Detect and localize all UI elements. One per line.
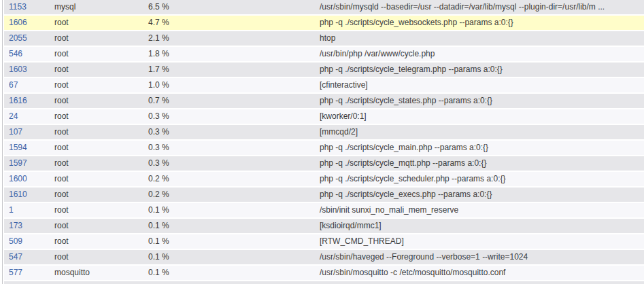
pid-link[interactable]: 1600 (9, 174, 27, 183)
process-row[interactable]: 1594 root 0.3 % php -q ./scripts/cycle_m… (4, 141, 644, 155)
process-row[interactable]: 67 root 1.0 % [cfinteractive] (4, 78, 644, 92)
user-cell: root (50, 250, 143, 264)
cpu-cell: 1.0 % (143, 78, 315, 92)
pid-cell: 2055 (4, 31, 50, 46)
pid-cell: 24 (4, 109, 50, 124)
command-cell: [cfinteractive] (315, 78, 644, 92)
process-row[interactable]: 1616 root 0.7 % php -q ./scripts/cycle_s… (4, 94, 644, 108)
pid-cell: 1606 (4, 16, 50, 30)
user-cell: root (50, 94, 143, 108)
pid-link[interactable]: 173 (9, 221, 22, 230)
cpu-cell: 0.3 % (143, 125, 315, 139)
pid-link[interactable]: 1606 (9, 18, 27, 27)
process-row[interactable]: 24 root 0.3 % [kworker/0:1] (4, 109, 644, 124)
command-cell: [mmcqd/2] (315, 125, 644, 139)
user-cell: root (50, 109, 143, 124)
command-cell: php -q ./scripts/cycle_telegram.php --pa… (315, 63, 644, 77)
pid-link[interactable]: 1597 (9, 158, 27, 168)
cpu-cell: 4.7 % (143, 16, 315, 30)
pid-link[interactable]: 67 (9, 80, 18, 90)
command-cell: php -q ./scripts/cycle_states.php --para… (315, 94, 644, 108)
pid-link[interactable]: 547 (9, 252, 22, 262)
pid-cell: 173 (4, 219, 50, 233)
process-row[interactable]: 1597 root 0.3 % php -q ./scripts/cycle_m… (4, 156, 644, 171)
command-cell: php -q ./scripts/cycle_main.php --params… (315, 141, 644, 155)
pid-cell: 1610 (4, 188, 50, 202)
process-row[interactable]: 1600 root 0.2 % php -q ./scripts/cycle_s… (4, 172, 644, 186)
pid-cell: 1594 (4, 141, 50, 155)
command-cell: [RTW_CMD_THREAD] (315, 234, 644, 249)
pid-cell: 1600 (4, 172, 50, 186)
command-cell: php -q ./scripts/cycle_scheduler.php --p… (315, 172, 644, 186)
pid-link[interactable]: 1594 (9, 143, 27, 152)
pid-link[interactable]: 2055 (9, 33, 27, 43)
pid-link[interactable]: 1610 (9, 190, 27, 199)
process-row[interactable]: 1610 root 0.2 % php -q ./scripts/cycle_e… (4, 188, 644, 202)
command-cell: /usr/sbin/mysqld --basedir=/usr --datadi… (315, 0, 644, 14)
cpu-cell: 0.1 % (143, 203, 315, 217)
pid-link[interactable]: 1153 (9, 2, 27, 12)
process-row[interactable]: 1 root 0.1 % /sbin/init sunxi_no_mali_me… (4, 203, 644, 217)
process-row[interactable]: 173 root 0.1 % [ksdioirqd/mmc1] (4, 219, 644, 233)
command-cell: /sbin/init sunxi_no_mali_mem_reserve (315, 203, 644, 217)
user-cell: root (50, 125, 143, 139)
pid-cell: 1616 (4, 94, 50, 108)
cpu-cell: 0.3 % (143, 156, 315, 171)
user-cell: root (50, 234, 143, 249)
cpu-cell: 0.2 % (143, 172, 315, 186)
pid-link[interactable]: 509 (9, 236, 22, 246)
pid-cell: 509 (4, 234, 50, 249)
pid-link[interactable]: 577 (9, 268, 22, 277)
process-row[interactable]: 1606 root 4.7 % php -q ./scripts/cycle_w… (4, 16, 644, 30)
process-row[interactable]: 547 root 0.1 % /usr/sbin/haveged --Foreg… (4, 250, 644, 264)
process-row[interactable]: 107 root 0.3 % [mmcqd/2] (4, 125, 644, 139)
command-cell: /usr/bin/php /var/www/cycle.php (315, 47, 644, 61)
user-cell: root (50, 78, 143, 92)
user-cell: root (50, 63, 143, 77)
pid-link[interactable]: 1 (9, 205, 14, 215)
cpu-cell: 0.1 % (143, 266, 315, 280)
partial-next-row (4, 281, 644, 284)
cpu-cell: 1.8 % (143, 47, 315, 61)
pid-cell: 1 (4, 203, 50, 217)
command-cell: /usr/sbin/haveged --Foreground --verbose… (315, 250, 644, 264)
user-cell: root (50, 219, 143, 233)
user-cell: root (50, 203, 143, 217)
process-row[interactable]: 546 root 1.8 % /usr/bin/php /var/www/cyc… (4, 47, 644, 61)
user-cell: mysql (50, 0, 143, 14)
user-cell: root (50, 172, 143, 186)
pid-link[interactable]: 107 (9, 127, 22, 137)
pid-link[interactable]: 1616 (9, 96, 27, 105)
process-row[interactable]: 509 root 0.1 % [RTW_CMD_THREAD] (4, 234, 644, 249)
pid-cell: 1597 (4, 156, 50, 171)
cpu-cell: 0.3 % (143, 109, 315, 124)
process-row[interactable]: 1603 root 1.7 % php -q ./scripts/cycle_t… (4, 63, 644, 77)
command-cell: htop (315, 31, 644, 46)
command-cell: php -q ./scripts/cycle_websockets.php --… (315, 16, 644, 30)
process-row[interactable]: 2055 root 2.1 % htop (4, 31, 644, 46)
pid-link[interactable]: 546 (9, 49, 22, 58)
user-cell: root (50, 141, 143, 155)
cpu-cell: 0.1 % (143, 219, 315, 233)
command-cell: [ksdioirqd/mmc1] (315, 219, 644, 233)
pid-cell: 1153 (4, 0, 50, 14)
command-cell: /usr/sbin/mosquitto -c /etc/mosquitto/mo… (315, 266, 644, 280)
pid-link[interactable]: 24 (9, 111, 18, 121)
process-row[interactable]: 577 mosquitto 0.1 % /usr/sbin/mosquitto … (4, 266, 644, 280)
command-cell: [kworker/0:1] (315, 109, 644, 124)
cpu-cell: 2.1 % (143, 31, 315, 46)
process-table: 1153 mysql 6.5 % /usr/sbin/mysqld --base… (4, 0, 644, 280)
pid-link[interactable]: 1603 (9, 65, 27, 74)
pid-cell: 1603 (4, 63, 50, 77)
cpu-cell: 1.7 % (143, 63, 315, 77)
cpu-cell: 0.1 % (143, 250, 315, 264)
cpu-cell: 0.1 % (143, 234, 315, 249)
pid-cell: 546 (4, 47, 50, 61)
pid-cell: 67 (4, 78, 50, 92)
process-row[interactable]: 1153 mysql 6.5 % /usr/sbin/mysqld --base… (4, 0, 644, 14)
pid-cell: 107 (4, 125, 50, 139)
user-cell: root (50, 16, 143, 30)
command-cell: php -q ./scripts/cycle_execs.php --param… (315, 188, 644, 202)
pid-cell: 547 (4, 250, 50, 264)
pid-cell: 577 (4, 266, 50, 280)
